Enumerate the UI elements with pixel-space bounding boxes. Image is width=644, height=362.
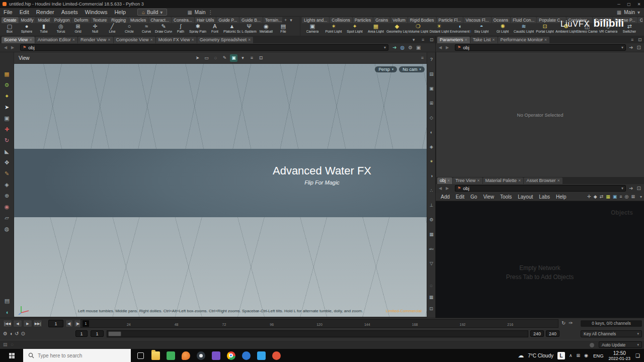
shading-mode-icon[interactable]: ◐ [428, 128, 436, 136]
auto-update-dropdown[interactable]: Auto Update ▾ [599, 341, 642, 348]
shelf-tab[interactable]: Rigging [109, 17, 128, 23]
pane-layout-icon[interactable]: ▤ [428, 70, 436, 77]
global-animation-options-icon[interactable]: ↻ [561, 320, 566, 326]
shelf-tab[interactable]: Oceans [492, 17, 510, 23]
shadows-icon[interactable]: ◑ [428, 172, 436, 179]
app-dark-icon[interactable] [193, 349, 208, 362]
network-menu-item[interactable]: Layout [515, 194, 536, 200]
parameters-path-field[interactable]: ⚑ obj ▾ [455, 44, 626, 51]
ruler-icon[interactable]: ⊡ [427, 305, 435, 312]
shelf-tool[interactable]: ☀Distant Light [429, 23, 450, 33]
shelf-tool[interactable]: ✺GI Light [492, 23, 513, 33]
select-arrow-icon[interactable]: ➤ [194, 54, 201, 62]
jump-up-icon[interactable]: ➜ [629, 45, 633, 50]
forward-icon[interactable]: ▶ [446, 45, 449, 50]
settings-gear-icon[interactable]: ⚙ [408, 45, 413, 50]
node-badges-icon[interactable]: ◆ [594, 194, 597, 199]
app-blue-icon[interactable] [238, 349, 254, 362]
shelf-tool[interactable]: ◓Sky Light [471, 23, 492, 33]
start-button[interactable] [0, 349, 23, 362]
info-icon[interactable]: ◌ [427, 282, 435, 289]
shelf-tab[interactable]: Texture [91, 17, 109, 23]
shelf-tool[interactable]: ⊞Grid [69, 23, 87, 33]
app-lightblue-icon[interactable] [254, 349, 269, 362]
shelf-tool[interactable]: AFont [206, 23, 223, 33]
pane-tab[interactable]: Render View [78, 37, 113, 43]
play-reverse-button[interactable]: ◀ [13, 320, 22, 327]
pane-menu-icon[interactable]: ≡ [631, 37, 633, 42]
chevron-down-icon[interactable]: ▾ [384, 45, 386, 50]
playback-controls-icon[interactable]: ⚙ [3, 331, 8, 336]
shelf-tab[interactable]: Rigid Bodies [408, 17, 436, 23]
translate-tool-icon[interactable]: ✚ [3, 125, 12, 134]
shelf-tool[interactable]: ◆Geometry Light [386, 23, 408, 33]
orientation-picker-icon[interactable]: ⊕ [3, 191, 12, 200]
app-green-icon[interactable] [163, 349, 178, 362]
select-tool-icon[interactable]: ➤ [3, 103, 12, 112]
normals-display-icon[interactable]: ⊥ [428, 201, 436, 209]
back-icon[interactable]: ◀ [439, 45, 442, 50]
shelf-tab[interactable]: Hair Utils [195, 17, 216, 23]
lighting-icon[interactable]: ✶ [428, 157, 436, 165]
tab-list-icon[interactable]: ▾ [413, 37, 415, 42]
pane-menu-icon[interactable]: ≡ [421, 55, 424, 60]
grid-snap-icon[interactable]: ⊞ [631, 194, 635, 199]
shelf-tab[interactable]: Muscles [128, 17, 148, 23]
rotate-tool-icon[interactable]: ↻ [3, 136, 12, 145]
volume-tray-icon[interactable]: ◉ [584, 353, 588, 358]
shelf-tab[interactable]: Modify [19, 17, 36, 23]
pane-tab[interactable]: Geometry Spreadsheet [197, 37, 253, 43]
shelf-tool[interactable]: ❍Volume Light [408, 23, 429, 33]
shelf-tab[interactable]: Constra... [172, 17, 194, 23]
network-tray-icon[interactable]: ⊞ [577, 353, 581, 358]
network-path-field[interactable]: ⚑ obj ▾ [455, 185, 626, 192]
key-all-channels-dropdown[interactable]: Key All Channels ▾ [581, 330, 642, 337]
shelf-tool[interactable]: ○Circle [121, 23, 138, 33]
pane-tab[interactable]: Animation Editor [35, 37, 77, 43]
playback-start-field[interactable] [91, 330, 104, 337]
node-colors-icon[interactable]: ▦ [606, 194, 610, 199]
color-correction-icon[interactable]: ▦ [427, 293, 435, 301]
wireframe-icon[interactable]: ◈ [428, 143, 436, 150]
close-button[interactable]: ✕ [634, 2, 644, 7]
lock-camera-icon[interactable]: ▣ [428, 84, 436, 92]
pin-pane-icon[interactable]: ⊡ [636, 186, 640, 191]
display-options-icon[interactable]: ⚙ [428, 216, 436, 223]
shelf-tool[interactable]: ∫Path [172, 23, 189, 33]
shelf-tool[interactable]: ✦Spot Light [344, 23, 365, 33]
weather-label[interactable]: 7°C Cloudy [528, 353, 553, 358]
points-display-icon[interactable]: ∴ [428, 187, 436, 194]
shelf-tab[interactable]: Deform [72, 17, 90, 23]
shelf-tab[interactable]: Guide B... [239, 17, 263, 23]
app-purple-icon[interactable] [208, 349, 223, 362]
shelf-tool[interactable]: ✎Draw Curve [155, 23, 172, 33]
brush-select-icon[interactable]: ✎ [221, 54, 228, 62]
task-view-icon[interactable] [133, 349, 148, 362]
pane-tab[interactable]: Scene View [2, 37, 35, 43]
network-overview-icon[interactable]: ▣ [613, 194, 617, 199]
menu-item[interactable]: Windows [82, 9, 111, 15]
message-log-icon[interactable]: ▤ [3, 342, 8, 347]
flipbook-icon[interactable]: ◖ [3, 308, 12, 317]
handles-tool-icon[interactable]: ✥ [3, 158, 12, 167]
shelf-tool[interactable]: ▢Box [1, 23, 18, 33]
pane-split-icon[interactable]: ⊡ [430, 37, 434, 42]
network-menu-item[interactable]: Tools [497, 194, 515, 200]
shelf-tool[interactable]: ◉Metaball [258, 23, 275, 33]
range-slider-handle[interactable] [108, 331, 121, 336]
shelf-tab[interactable]: Guide P... [216, 17, 239, 23]
add-pane-tab-button[interactable]: + [540, 37, 543, 42]
realtime-toggle-icon[interactable]: ⊙ [21, 331, 25, 336]
network-menu-item[interactable]: Go [467, 194, 480, 200]
shelf-tool[interactable]: ΨL-System [240, 23, 258, 33]
shelf-tab[interactable]: Fluid Con... [511, 17, 536, 23]
snapshot-gallery-icon[interactable]: ▤ [3, 296, 12, 305]
range-end-field[interactable] [546, 330, 559, 337]
range-start-field[interactable] [75, 330, 88, 337]
pane-tab[interactable]: Asset Browser [524, 177, 562, 184]
paint-tool-icon[interactable]: ✎ [3, 169, 12, 178]
lasso-select-icon[interactable]: ◌ [212, 54, 219, 62]
network-snap-icon[interactable]: ✛ [587, 194, 591, 199]
pane-menu-icon[interactable]: ≡ [422, 37, 424, 42]
shelf-tool[interactable]: ◎Torus [52, 23, 69, 33]
